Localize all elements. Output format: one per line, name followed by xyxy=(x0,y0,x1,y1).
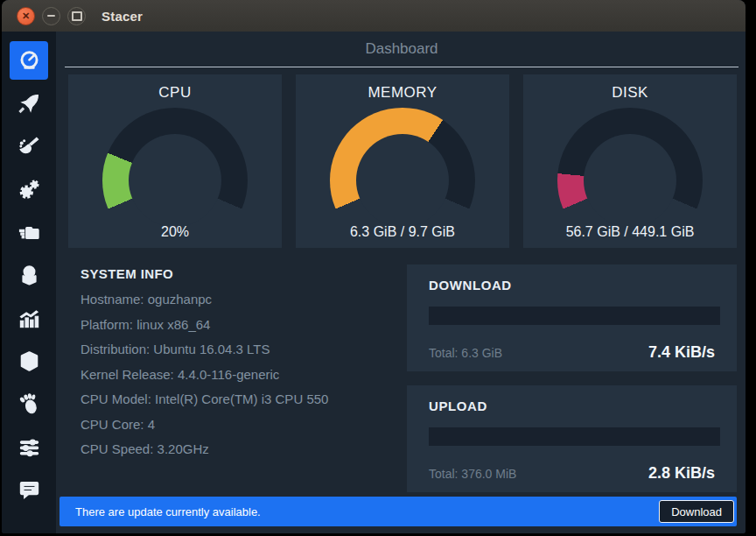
minimize-icon xyxy=(47,15,55,17)
upload-card: UPLOAD Total: 376.0 MiB 2.8 KiB/s xyxy=(407,385,737,492)
dashboard-page: Dashboard CPU 20% MEMORY 6.3 GiB / 9.7 G… xyxy=(56,32,746,533)
system-info-hostname: Hostname: oguzhanpc xyxy=(80,287,404,313)
system-info-panel: SYSTEM INFO Hostname: oguzhanpc Platform… xyxy=(80,266,404,462)
sidebar-item-dashboard[interactable] xyxy=(10,41,48,80)
upload-speed: 2.8 KiB/s xyxy=(648,464,715,483)
cpu-gauge-card: CPU 20% xyxy=(68,74,282,248)
download-speed: 7.4 KiB/s xyxy=(648,343,715,362)
cpu-gauge-title: CPU xyxy=(68,84,282,102)
sidebar-item-uninstaller[interactable] xyxy=(10,256,48,294)
system-info-distribution: Distribution: Ubuntu 16.04.3 LTS xyxy=(80,337,404,363)
cpu-gauge-value: 20% xyxy=(68,224,282,240)
download-update-button[interactable]: Download xyxy=(659,500,734,523)
page-header: Dashboard xyxy=(65,32,738,67)
sidebar-item-settings[interactable] xyxy=(10,427,48,466)
close-icon: ✕ xyxy=(22,11,30,21)
sidebar-item-feedback[interactable] xyxy=(10,470,48,509)
window-title: Stacer xyxy=(102,9,143,24)
rocket-icon xyxy=(18,92,41,116)
broom-icon xyxy=(18,135,41,159)
maximize-icon xyxy=(72,11,82,21)
disk-gauge-value: 56.7 GiB / 449.1 GiB xyxy=(523,224,737,240)
sidebar-item-packages[interactable] xyxy=(10,342,48,380)
speedometer-icon xyxy=(18,49,41,73)
sidebar-item-processes[interactable] xyxy=(10,213,48,251)
stacer-window: ✕ Stacer xyxy=(0,0,756,536)
sidebar-item-startup-apps[interactable] xyxy=(10,84,48,123)
minimize-button[interactable] xyxy=(42,7,60,25)
maximize-button[interactable] xyxy=(67,7,86,25)
system-info-kernel: Kernel Release: 4.4.0-116-generic xyxy=(80,363,404,388)
package-box-icon xyxy=(18,349,41,373)
memory-gauge-value: 6.3 GiB / 9.7 GiB xyxy=(296,224,509,240)
bar-chart-icon xyxy=(18,307,41,330)
sidebar-item-resources[interactable] xyxy=(10,299,48,337)
download-total: Total: 6.3 GiB xyxy=(429,346,502,360)
chat-bubble-icon xyxy=(18,478,41,502)
download-title: DOWNLOAD xyxy=(429,278,512,293)
sidebar xyxy=(2,32,56,533)
close-button[interactable]: ✕ xyxy=(17,7,35,25)
memory-gauge-title: MEMORY xyxy=(296,84,509,102)
upload-progress-bar xyxy=(429,427,720,446)
system-info-platform: Platform: linux x86_64 xyxy=(80,313,404,338)
download-card: DOWNLOAD Total: 6.3 GiB 7.4 KiB/s xyxy=(407,264,737,371)
system-info-heading: SYSTEM INFO xyxy=(80,266,404,281)
system-info-cpu-core: CPU Core: 4 xyxy=(80,413,404,438)
titlebar[interactable]: ✕ Stacer xyxy=(2,0,746,32)
upload-total: Total: 376.0 MiB xyxy=(429,467,516,481)
update-notification-message: There are update currently available. xyxy=(75,505,659,518)
sidebar-item-gnome-settings[interactable] xyxy=(10,384,48,423)
update-notification-bar: There are update currently available. Do… xyxy=(60,497,737,526)
sidebar-item-services[interactable] xyxy=(10,170,48,208)
upload-title: UPLOAD xyxy=(429,398,487,413)
memory-gauge-card: MEMORY 6.3 GiB / 9.7 GiB xyxy=(296,74,509,248)
sliders-icon xyxy=(18,435,41,459)
system-info-cpu-speed: CPU Speed: 3.20GHz xyxy=(80,437,404,462)
system-info-cpu-model: CPU Model: Intel(R) Core(TM) i3 CPU 550 xyxy=(80,387,404,413)
page-title: Dashboard xyxy=(365,40,438,58)
gnome-foot-icon xyxy=(18,392,41,416)
gauge-row: CPU 20% MEMORY 6.3 GiB / 9.7 GiB DISK 56… xyxy=(68,74,737,248)
disk-gauge-card: DISK 56.7 GiB / 449.1 GiB xyxy=(523,74,737,248)
gears-icon xyxy=(18,178,41,201)
disk-gauge-title: DISK xyxy=(523,84,737,102)
app-frame: ✕ Stacer xyxy=(2,0,746,533)
stacked-folder-icon xyxy=(18,221,41,244)
disc-box-icon xyxy=(18,264,41,287)
download-progress-bar xyxy=(429,307,720,325)
sidebar-item-system-cleaner[interactable] xyxy=(10,127,48,166)
